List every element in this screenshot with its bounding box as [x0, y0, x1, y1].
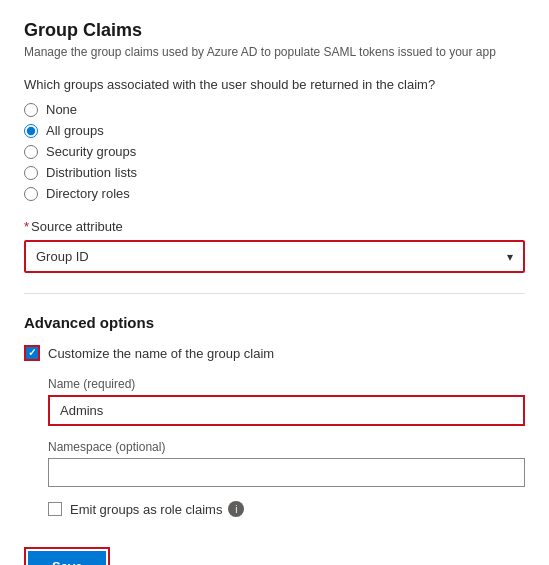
radio-label-directory: Directory roles [46, 186, 130, 201]
required-star: * [24, 219, 29, 234]
name-field-group: Name (required) [48, 377, 525, 426]
customize-checkbox[interactable]: ✓ [24, 345, 40, 361]
namespace-field-label: Namespace (optional) [48, 440, 525, 454]
source-attribute-select-wrapper: Group IDsAMAccountNameNetbiosDomain\sAMA… [24, 240, 525, 273]
page-title: Group Claims [24, 20, 525, 41]
emit-row: Emit groups as role claims i [48, 501, 525, 517]
page-subtitle: Manage the group claims used by Azure AD… [24, 45, 525, 59]
radio-item-none[interactable]: None [24, 102, 525, 117]
divider [24, 293, 525, 294]
customize-checkbox-label: Customize the name of the group claim [48, 346, 274, 361]
radio-label-security: Security groups [46, 144, 136, 159]
customize-checkbox-row[interactable]: ✓ Customize the name of the group claim [24, 345, 525, 361]
namespace-input[interactable] [48, 458, 525, 487]
indented-fields: Name (required) Namespace (optional) Emi… [48, 377, 525, 517]
radio-none[interactable] [24, 103, 38, 117]
advanced-options-section: Advanced options ✓ Customize the name of… [24, 314, 525, 517]
save-button-wrapper: Save [24, 547, 110, 565]
source-attribute-label: *Source attribute [24, 219, 525, 234]
radio-item-distribution[interactable]: Distribution lists [24, 165, 525, 180]
radio-security[interactable] [24, 145, 38, 159]
radio-item-directory[interactable]: Directory roles [24, 186, 525, 201]
save-button[interactable]: Save [28, 551, 106, 565]
radio-label-distribution: Distribution lists [46, 165, 137, 180]
advanced-options-title: Advanced options [24, 314, 525, 331]
radio-group: None All groups Security groups Distribu… [24, 102, 525, 201]
source-attribute-select[interactable]: Group IDsAMAccountNameNetbiosDomain\sAMA… [26, 242, 523, 271]
question-label: Which groups associated with the user sh… [24, 77, 525, 92]
emit-label: Emit groups as role claims [70, 502, 222, 517]
namespace-field-group: Namespace (optional) [48, 440, 525, 487]
radio-distribution[interactable] [24, 166, 38, 180]
radio-all[interactable] [24, 124, 38, 138]
radio-label-all: All groups [46, 123, 104, 138]
check-icon: ✓ [28, 348, 36, 358]
source-attribute-section: *Source attribute Group IDsAMAccountName… [24, 219, 525, 273]
radio-item-all[interactable]: All groups [24, 123, 525, 138]
name-field-label: Name (required) [48, 377, 525, 391]
radio-label-none: None [46, 102, 77, 117]
name-input[interactable] [48, 395, 525, 426]
radio-item-security[interactable]: Security groups [24, 144, 525, 159]
info-icon[interactable]: i [228, 501, 244, 517]
emit-checkbox[interactable] [48, 502, 62, 516]
radio-directory[interactable] [24, 187, 38, 201]
